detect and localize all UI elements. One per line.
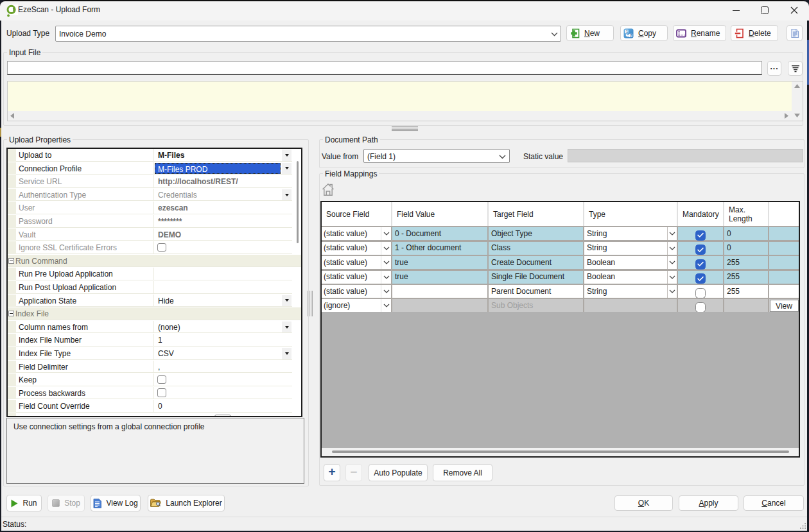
svg-text:2: 2 xyxy=(630,33,632,37)
svg-text:1: 1 xyxy=(626,30,628,33)
